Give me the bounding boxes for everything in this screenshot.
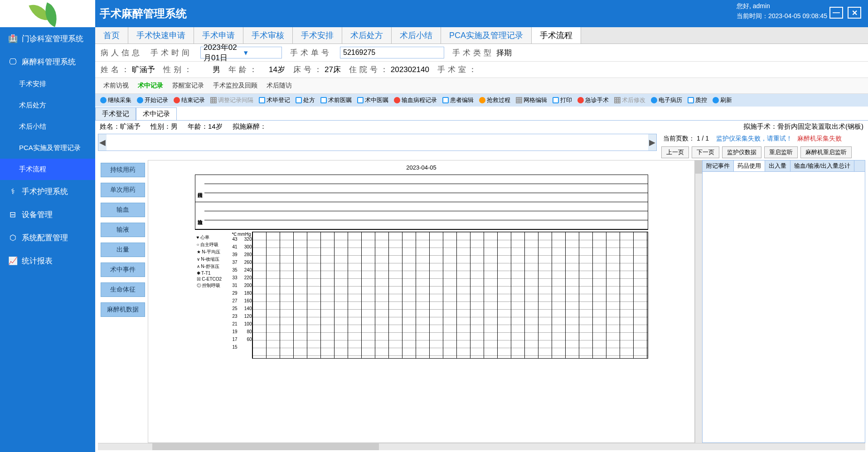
toolbar-打印[interactable]: 打印 — [550, 95, 574, 106]
toolbar-术前医嘱[interactable]: 术前医嘱 — [318, 95, 354, 106]
sidebar-item-label: 设备管理 — [22, 209, 53, 220]
main-tab[interactable]: 手术审核 — [243, 27, 293, 44]
sidebar-item-label: 系统配置管理 — [22, 233, 68, 243]
sidebar-item[interactable]: 🏥门诊科室管理系统 — [0, 27, 95, 50]
drug-group-label: 持续用药 — [195, 175, 204, 202]
nav-button[interactable]: 麻醉机重启监听 — [800, 146, 852, 158]
nav-button[interactable]: 下一页 — [692, 146, 719, 158]
vital-chart-area[interactable]: 2023-04-05 持续用药输血输液 ♥ 心率○ 自主呼吸★ N-平均压∨ N… — [148, 160, 695, 443]
med-button[interactable]: 输液 — [101, 223, 145, 237]
med-button[interactable]: 输血 — [101, 203, 145, 217]
toolbar-电子病历[interactable]: 电子病历 — [649, 95, 684, 106]
toolbar-抢救过程[interactable]: 抢救过程 — [477, 95, 513, 106]
vital-grid — [252, 232, 648, 359]
sub-tab[interactable]: 苏醒室记录 — [168, 80, 209, 92]
nav-prev-arrow[interactable]: ◀ — [98, 134, 107, 151]
sub-tab[interactable]: 术前访视 — [99, 80, 133, 92]
sidebar-item[interactable]: 手术流程 — [0, 159, 95, 180]
surgery-time-input[interactable]: 2023年02月01日 ▾ — [200, 47, 282, 58]
med-button[interactable]: 生命体征 — [101, 282, 145, 297]
sidebar-item[interactable]: 术后小结 — [0, 116, 95, 137]
right-panel-tab[interactable]: 药品使用 — [734, 160, 765, 171]
nav-button[interactable]: 监护仪数据 — [722, 146, 761, 158]
main-tab[interactable]: PCA实施及管理记录 — [441, 27, 532, 44]
main-content: 首页手术快速申请手术申请手术审核手术安排术后处方术后小结PCA实施及管理记录手术… — [95, 27, 868, 452]
legend-item: ○ 自主呼吸 — [197, 242, 225, 248]
sidebar-item[interactable]: 手术安排 — [0, 73, 95, 95]
tool-icon — [259, 97, 265, 103]
med-button[interactable]: 持续用药 — [101, 163, 145, 177]
vital-signs-chart: ♥ 心率○ 自主呼吸★ N-平均压∨ N-收缩压∧ N-舒张压✱ T-T1☒ C… — [195, 232, 648, 359]
chart-scrollbar-h[interactable] — [98, 443, 865, 450]
toolbar-质控[interactable]: 质控 — [685, 95, 709, 106]
nav-button[interactable]: 重启监听 — [764, 146, 798, 158]
main-tab[interactable]: 手术快速申请 — [128, 27, 194, 44]
main-tab[interactable]: 首页 — [95, 27, 128, 44]
nav-button[interactable]: 上一页 — [661, 146, 689, 158]
app-logo — [0, 0, 95, 27]
main-tab[interactable]: 手术流程 — [532, 27, 581, 44]
toolbar-患者编辑[interactable]: 患者编辑 — [440, 95, 476, 106]
config-icon: ⬡ — [8, 233, 17, 243]
sidebar-item-label: 术后处方 — [19, 101, 46, 110]
page-nav-bar: ◀ ▶ — [98, 134, 657, 151]
current-time: 当前时间：2023-04-05 09:08:45 — [737, 12, 827, 20]
toolbar-开始记录[interactable]: 开始记录 — [135, 95, 170, 106]
main-tab[interactable]: 术后小结 — [392, 27, 441, 44]
close-button[interactable]: ✕ — [848, 7, 861, 19]
document-tab[interactable]: 手术登记 — [95, 107, 136, 120]
sidebar-item[interactable]: ⬡系统配置管理 — [0, 226, 95, 249]
toolbar-输血病程记录[interactable]: 输血病程记录 — [392, 95, 439, 106]
main-tab[interactable]: 手术申请 — [194, 27, 243, 44]
toolbar-术中医嘱[interactable]: 术中医嘱 — [355, 95, 391, 106]
legend-item: ∧ N-舒张压 — [197, 263, 225, 270]
sidebar-item-label: 麻醉科管理系统 — [22, 57, 76, 67]
toolbar-结束记录[interactable]: 结束记录 — [171, 95, 207, 106]
main-tab[interactable]: 手术安排 — [293, 27, 342, 44]
sidebar-item[interactable]: 🖵麻醉科管理系统 — [0, 50, 95, 73]
tool-icon — [479, 97, 485, 103]
surgery-no-input[interactable] — [340, 47, 444, 58]
document-tab[interactable]: 术中记录 — [136, 107, 177, 120]
chart-scrollbar-v[interactable] — [695, 160, 702, 443]
stats-icon: 📈 — [8, 257, 17, 266]
med-button[interactable]: 麻醉机数据 — [101, 302, 145, 317]
right-panel-tab[interactable]: 输血/输液/出入量总计 — [790, 160, 854, 171]
main-tab[interactable]: 术后处方 — [342, 27, 392, 44]
right-panel-tab[interactable]: 出入量 — [765, 160, 790, 171]
sidebar-item[interactable]: 术后处方 — [0, 95, 95, 116]
sidebar-item-label: 统计报表 — [22, 256, 53, 266]
sub-tab[interactable]: 手术监控及回顾 — [209, 80, 262, 92]
sub-tab[interactable]: 术中记录 — [133, 80, 168, 92]
toolbar-处方[interactable]: 处方 — [293, 95, 317, 106]
sidebar-item[interactable]: ⊟设备管理 — [0, 203, 95, 226]
tool-icon — [713, 97, 719, 103]
toolbar-术后修改: 术后修改 — [612, 95, 648, 106]
toolbar-刷新[interactable]: 刷新 — [710, 95, 734, 106]
tool-icon — [577, 97, 584, 103]
sidebar-item[interactable]: 📈统计报表 — [0, 249, 95, 272]
patient-summary-bar: 姓名：旷涵予 性别：男 年龄：14岁 拟施麻醉： 拟施手术：骨折内固定装置取出术… — [95, 121, 868, 133]
minimize-button[interactable]: — — [829, 7, 843, 19]
monitor-warn: 监护仪采集失败，请重试！ — [716, 135, 792, 142]
calendar-icon[interactable]: ▾ — [241, 48, 281, 58]
drug-group-label: 输血输液 — [195, 202, 204, 229]
med-button[interactable]: 术中事件 — [101, 262, 145, 277]
patient-info-row-1: 病人信息 手术时间 2023年02月01日 ▾ 手术单号 手术类型 择期 — [95, 44, 868, 62]
device-icon: ⊟ — [8, 210, 17, 219]
med-button[interactable]: 单次用药 — [101, 183, 145, 197]
legend-item: ◎ 控制呼吸 — [197, 282, 225, 289]
sidebar-item[interactable]: PCA实施及管理记录 — [0, 137, 95, 159]
tool-icon — [394, 97, 400, 103]
toolbar-术毕登记[interactable]: 术毕登记 — [257, 95, 292, 106]
toolbar-调整记录间隔: 调整记录间隔 — [208, 95, 256, 106]
toolbar-网格编辑[interactable]: 网格编辑 — [514, 95, 549, 106]
med-button[interactable]: 出量 — [101, 243, 145, 257]
sub-tab[interactable]: 术后随访 — [262, 80, 296, 92]
right-panel-tab[interactable]: 附记事件 — [703, 160, 734, 171]
toolbar-继续采集[interactable]: 继续采集 — [98, 95, 134, 106]
nav-next-arrow[interactable]: ▶ — [648, 134, 656, 151]
anesth-warn: 麻醉机采集失败 — [797, 135, 842, 142]
sidebar-item[interactable]: ⚕手术护理系统 — [0, 180, 95, 203]
toolbar-急诊手术[interactable]: 急诊手术 — [575, 95, 611, 106]
